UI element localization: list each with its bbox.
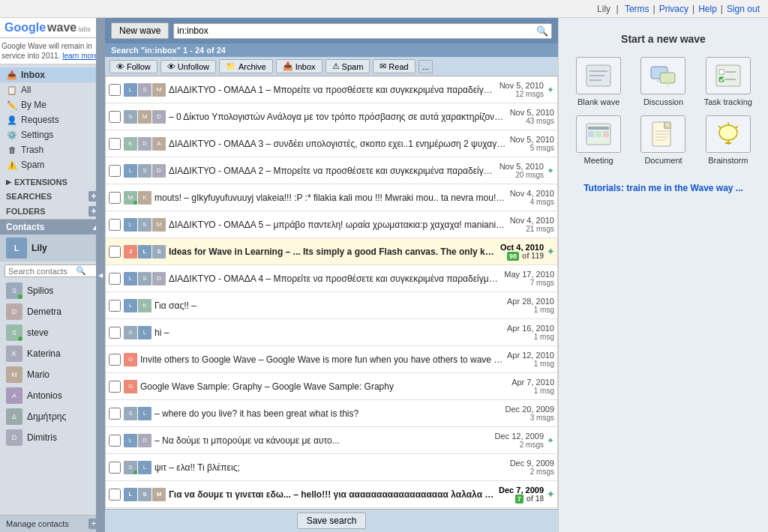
contact-dimitris-gr[interactable]: Δ Δημήτρης — [0, 406, 105, 427]
wave-row[interactable]: S M D – 0 Δίκτυο Υπολογιστών Ανάλογα με … — [106, 103, 557, 130]
nav-spam[interactable]: ⚠️ Spam — [0, 157, 105, 172]
wave-avatar: K — [138, 191, 152, 205]
wave-checkbox[interactable] — [109, 111, 121, 123]
learn-more-link[interactable]: learn more — [62, 52, 98, 60]
wave-checkbox[interactable] — [109, 138, 121, 150]
wave-count: 43 msgs — [510, 117, 554, 125]
wave-row[interactable]: S L – where do you live? it has been gre… — [106, 400, 557, 427]
contact-mario[interactable]: M Mario — [0, 364, 105, 385]
wave-checkbox[interactable] — [109, 219, 121, 231]
wave-row[interactable]: S L ψιτ – ελα!! Τι βλέπεις; Dec 9, 2009 … — [106, 454, 557, 481]
wave-row[interactable]: M K mouts! – gIkyfuyufuvuuyj vlakeia!!! … — [106, 184, 557, 211]
wave-avatar: D — [138, 137, 152, 151]
wave-avatars: L S M — [124, 83, 166, 97]
wave-checkbox[interactable] — [109, 462, 121, 474]
wave-row[interactable]: L S D – ... pote? tin paraskevi pou tha … — [106, 508, 557, 509]
wave-avatar: L — [124, 272, 137, 285]
search-input[interactable] — [177, 25, 536, 36]
nav-requests[interactable]: 👤 Requests — [0, 112, 105, 127]
wave-row[interactable]: L S M ΔΙΑΔΙΚΤΥΟ - ΟΜΑΔΑ 5 – μπράβο παντε… — [106, 211, 557, 238]
requests-icon: 👤 — [6, 114, 18, 126]
unfollow-button[interactable]: 👁 Unfollow — [160, 60, 216, 73]
wave-row[interactable]: L S M ΔΙΑΔΙΚΤΥΟ - ΟΜΑΔΑ 1 – Μπορείτε να … — [106, 76, 557, 103]
nav-by-me[interactable]: ✏️ By Me — [0, 97, 105, 112]
trash-icon: 🗑 — [6, 144, 18, 156]
help-link[interactable]: Help — [698, 4, 717, 14]
contact-dimitris[interactable]: D Dimitris — [0, 427, 105, 448]
contact-antonios[interactable]: A Antonios — [0, 385, 105, 406]
wave-checkbox[interactable] — [109, 435, 121, 447]
nav-all[interactable]: 📋 All — [0, 82, 105, 97]
wave-row[interactable]: L D – Να δούμε τι μπορούμε να κάνουμε με… — [106, 427, 557, 454]
tutorials-link[interactable]: Tutorials: train me in the Wave way ... — [584, 183, 743, 193]
wave-title: Για να δουμε τι γινεται εδω... – hello!!… — [169, 489, 496, 500]
wave-count: of 119 — [522, 252, 544, 260]
wave-row-highlighted[interactable]: J L S Ideas for Wave in Learning – ... I… — [106, 238, 557, 265]
spam-button[interactable]: ⚠ Spam — [326, 59, 370, 73]
contacts-label: Contacts — [6, 222, 44, 232]
wave-type-discussion[interactable]: Discussion — [635, 57, 691, 106]
read-button[interactable]: ✉ Read — [373, 59, 415, 73]
contact-spilios[interactable]: S Spilios — [0, 280, 105, 301]
wave-avatars: L S M — [124, 488, 166, 501]
settings-icon: ⚙️ — [6, 129, 18, 141]
wave-type-brainstorm[interactable]: Brainstorm — [700, 115, 756, 165]
wave-checkbox[interactable] — [109, 327, 121, 339]
wave-row[interactable]: L S D ΔΙΑΔΙΚΤΥΟ - ΟΜΑΔΑ 4 – Μπορείτε να … — [106, 265, 557, 292]
wave-checkbox[interactable] — [109, 165, 121, 177]
svg-rect-6 — [660, 73, 675, 83]
wave-content: ΔΙΑΔΙΚΤΥΟ - ΟΜΑΔΑ 5 – μπράβο παντελη! ωρ… — [169, 219, 507, 231]
terms-link[interactable]: Terms — [625, 4, 650, 14]
wave-row[interactable]: G Google Wave Sample: Graphy – Google Wa… — [106, 373, 557, 400]
wave-checkbox[interactable] — [109, 273, 121, 285]
wave-row[interactable]: L S D ΔΙΑΔΙΚΤΥΟ - ΟΜΑΔΑ 2 – Μπορείτε να … — [106, 157, 557, 184]
wave-row[interactable]: G Invite others to Google Wave – Google … — [106, 346, 557, 373]
wave-count: 20 msgs — [500, 171, 544, 179]
sidebar-collapse-btn[interactable]: ◀ — [96, 18, 105, 532]
signout-link[interactable]: Sign out — [727, 4, 760, 14]
wave-checkbox[interactable] — [109, 84, 121, 96]
nav-inbox[interactable]: 📥 Inbox — [0, 67, 105, 82]
wave-row[interactable]: L K Για σας!! – Apr 28, 2010 1 msg — [106, 292, 557, 319]
inbox-button[interactable]: 📥 Inbox — [276, 59, 322, 73]
wave-checkbox[interactable] — [109, 300, 121, 312]
archive-button[interactable]: 📁 Archive — [219, 59, 273, 73]
wave-checkbox[interactable] — [109, 192, 121, 204]
search-submit-button[interactable]: 🔍 — [536, 25, 548, 37]
wave-avatar: L — [124, 488, 137, 501]
contact-avatar-dimitris-gr: Δ — [6, 408, 22, 425]
contact-katerina[interactable]: K Katerina — [0, 343, 105, 364]
wave-meta: Nov 5, 2010 43 msgs — [507, 108, 554, 125]
search-contacts-icon: 🔍 — [76, 266, 86, 276]
contact-steve[interactable]: S steve — [0, 322, 105, 343]
nav-settings[interactable]: ⚙️ Settings — [0, 127, 105, 142]
wave-type-document[interactable]: Document — [635, 115, 691, 165]
wave-type-blank[interactable]: Blank wave — [571, 57, 626, 106]
searches-header[interactable]: SEARCHES + — [0, 189, 105, 204]
folders-header[interactable]: FOLDERS + — [0, 204, 105, 219]
wave-type-meeting[interactable]: Meeting — [571, 115, 626, 165]
wave-checkbox[interactable] — [109, 408, 121, 420]
wave-type-task-tracking[interactable]: Task tracking — [700, 57, 756, 106]
wave-row[interactable]: K D A ΔΙΑΔΙΚΤΥΟ - ΟΜΑΔΑ 3 – συνδέει υπολ… — [106, 130, 557, 157]
contact-name-dimitris-gr: Δημήτρης — [27, 411, 66, 422]
contact-demetra[interactable]: D Demetra — [0, 301, 105, 322]
wave-checkbox[interactable] — [109, 246, 121, 258]
wave-content: – Να δούμε τι μπορούμε να κάνουμε με αυτ… — [154, 435, 492, 447]
extensions-header[interactable]: ▶ EXTENSIONS — [0, 175, 105, 189]
follow-button[interactable]: 👁 Follow — [110, 60, 158, 73]
wave-avatar: L — [138, 407, 152, 420]
wave-checkbox[interactable] — [109, 381, 121, 393]
new-wave-button[interactable]: New wave — [111, 22, 169, 39]
wave-checkbox[interactable] — [109, 489, 121, 501]
logo: Google wave labs — [4, 21, 100, 34]
privacy-link[interactable]: Privacy — [659, 4, 688, 14]
wave-row[interactable]: S L hi – Apr 16, 2010 1 msg — [106, 319, 557, 346]
wave-row-unread[interactable]: L S M Για να δουμε τι γινεται εδω... – h… — [106, 481, 557, 508]
more-button[interactable]: ... — [418, 60, 433, 73]
wave-checkbox[interactable] — [109, 354, 121, 366]
save-search-button[interactable]: Save search — [297, 513, 367, 529]
search-contacts-input[interactable] — [8, 267, 76, 276]
svg-rect-14 — [588, 127, 609, 130]
nav-trash[interactable]: 🗑 Trash — [0, 142, 105, 157]
